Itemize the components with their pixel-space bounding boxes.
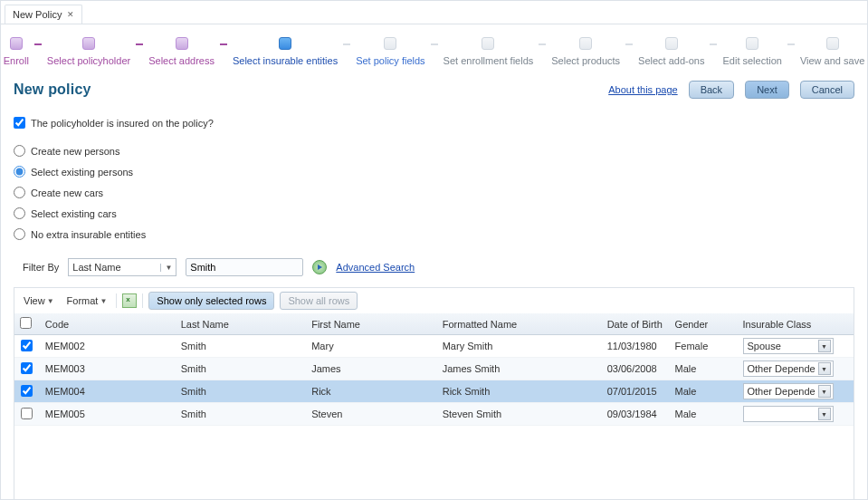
row-checkbox[interactable] [21,340,33,351]
filter-value-input[interactable] [190,262,299,273]
train-connector [220,43,227,45]
cell-first-name: Rick [306,380,437,403]
train-node [826,37,839,50]
wizard-step[interactable]: Select products [546,37,625,66]
filter-field-select[interactable]: Last Name ▼ [68,258,176,276]
wizard-step[interactable]: Set policy fields [350,37,430,66]
insurable-class-select[interactable]: Other Depende▼ [743,361,834,377]
policyholder-insured-checkbox[interactable] [14,117,25,129]
table-row[interactable]: MEM004SmithRickRick Smith07/01/2015MaleO… [14,380,854,403]
entity-option[interactable]: Create new persons [14,145,854,157]
export-xls-icon[interactable] [122,293,137,308]
table-row[interactable]: MEM002SmithMaryMary Smith11/03/1980Femal… [14,335,854,358]
back-button[interactable]: Back [689,81,734,99]
next-button[interactable]: Next [745,81,789,99]
cell-formatted-name: Mary Smith [437,335,602,358]
train-label: Select add-ons [633,55,710,66]
advanced-search-link[interactable]: Advanced Search [336,262,415,273]
train-connector [710,43,717,45]
train-node [384,37,396,50]
train-connector [136,43,143,45]
table-row[interactable]: MEM003SmithJamesJames Smith03/06/2008Mal… [14,358,854,380]
train-connector [625,43,633,45]
run-filter-icon[interactable] [312,260,327,274]
insurable-class-select[interactable]: Other Depende▼ [743,383,834,399]
about-link[interactable]: About this page [608,84,677,95]
cell-last-name: Smith [176,403,307,426]
train-label: Select policyholder [42,55,136,66]
wizard-step[interactable]: View and save [795,37,868,66]
col-gender[interactable]: Gender [670,313,738,335]
table-row[interactable]: MEM005SmithStevenSteven Smith09/03/1984M… [14,403,854,426]
caret-down-icon: ▼ [47,297,54,305]
cell-formatted-name: James Smith [437,358,602,380]
insurable-class-value: Spouse [748,341,781,351]
wizard-step[interactable]: Select address [143,37,220,66]
cell-dob: 11/03/1980 [602,335,670,358]
cell-last-name: Smith [176,358,307,380]
col-formatted-name[interactable]: Formatted Name [437,313,602,335]
show-selected-button[interactable]: Show only selected rows [148,292,274,310]
train-node [482,37,494,50]
wizard-step[interactable]: Set enrollment fields [438,37,539,66]
train-label: Select insurable entities [227,55,343,66]
insurable-class-select[interactable]: ▼ [743,406,834,422]
wizard-step[interactable]: Select insurable entities [227,37,343,66]
train-label: Select products [546,55,625,66]
divider [142,293,143,308]
cell-code: MEM002 [40,335,176,358]
col-last-name[interactable]: Last Name [176,313,307,335]
policyholder-insured-label: The policyholder is insured on the polic… [31,118,214,129]
wizard-step[interactable]: Select add-ons [633,37,710,66]
entity-option-radio[interactable] [14,207,25,219]
col-insurable-class[interactable]: Insurable Class [738,313,854,335]
row-checkbox[interactable] [21,385,33,397]
entity-option-radio[interactable] [14,228,25,240]
wizard-step[interactable]: Enroll [0,37,34,66]
train-label: View and save [795,55,868,66]
cell-dob: 07/01/2015 [602,380,670,403]
train-node [746,37,758,50]
chevron-down-icon: ▼ [160,264,172,272]
cell-gender: Male [670,403,738,426]
caret-down-icon: ▼ [100,297,107,305]
entity-option[interactable]: Create new cars [14,187,854,198]
insurable-class-select[interactable]: Spouse▼ [743,338,834,354]
train-connector [343,43,350,45]
train-node [10,37,23,50]
train-connector [539,43,546,45]
entity-option-radio[interactable] [14,166,25,178]
wizard-train: EnrollSelect policyholderSelect addressS… [1,24,867,75]
train-node [279,37,291,50]
tab-new-policy[interactable]: New Policy ✕ [5,5,82,24]
col-code[interactable]: Code [40,313,176,335]
cancel-button[interactable]: Cancel [800,81,854,99]
entity-option[interactable]: No extra insurable entities [14,228,854,240]
entity-option-radio[interactable] [14,187,25,198]
entity-option-radio[interactable] [14,145,25,157]
chevron-down-icon: ▼ [818,362,831,375]
cell-gender: Female [670,335,738,358]
entity-option-label: Create new persons [31,146,119,157]
train-node [579,37,592,50]
insurable-class-value: Other Depende [748,363,816,374]
show-all-button: Show all rows [280,292,358,310]
train-label: Set enrollment fields [438,55,539,66]
cell-code: MEM005 [40,403,176,426]
format-menu[interactable]: Format ▼ [63,293,111,308]
row-checkbox[interactable] [21,408,33,419]
select-all-checkbox[interactable] [20,317,32,329]
view-menu[interactable]: View ▼ [20,293,58,308]
wizard-step[interactable]: Select policyholder [42,37,136,66]
close-icon[interactable]: ✕ [67,10,74,19]
entity-option[interactable]: Select existing persons [14,166,854,178]
entity-option[interactable]: Select existing cars [14,207,854,219]
col-dob[interactable]: Date of Birth [602,313,670,335]
entity-option-label: Create new cars [31,188,103,198]
page-title: New policy [14,82,91,98]
chevron-down-icon: ▼ [818,408,831,420]
cell-gender: Male [670,380,738,403]
col-first-name[interactable]: First Name [306,313,437,335]
row-checkbox[interactable] [21,362,33,374]
wizard-step[interactable]: Edit selection [717,37,787,66]
